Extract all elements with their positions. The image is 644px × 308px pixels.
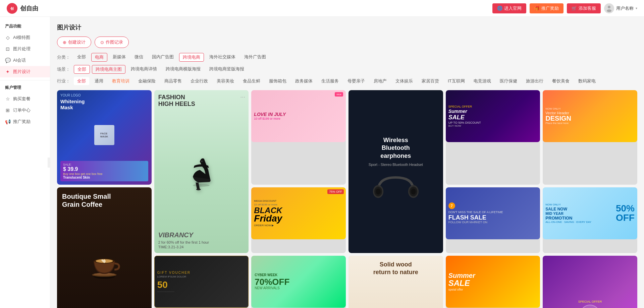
user-area[interactable]: 用户名称 ▾	[604, 3, 637, 13]
scene-tag-vertical-poster[interactable]: 跨境电商竖版海报	[206, 65, 248, 74]
avatar	[604, 3, 614, 13]
sidebar-item-orders[interactable]: ⊞ 订单中心	[0, 105, 50, 116]
ind-tag-fashion[interactable]: 服饰箱包	[266, 77, 290, 85]
logo-icon: 创	[7, 3, 17, 14]
ind-tag-home[interactable]: 家居百货	[418, 77, 442, 85]
ind-tag-entertainment[interactable]: 文体娱乐	[392, 77, 416, 85]
grid-item-flash-sale[interactable]: 7 DON'T MISS THE SALE OF A LIFETIME FLAS…	[446, 187, 540, 253]
logo-text: 创自由	[20, 4, 38, 12]
main-layout: 产品功能 ◇ AI模特图 ⊡ 图片处理 💬 AI会话 ✦ 图片设计 账户管理 ☆…	[0, 17, 644, 308]
svg-point-12	[411, 189, 416, 195]
cart-icon: 🛒	[572, 6, 577, 11]
sidebar-label-image-process: 图片处理	[13, 46, 31, 52]
history-button[interactable]: ⊙ 作图记录	[95, 37, 129, 48]
grid-item-black-friday[interactable]: MEGA DISCOUNT 10 off $199 or more BLACKF…	[251, 187, 346, 253]
grid-item-summer-sale[interactable]: SPECIAL OFFER SummerSALE UP TO 50% DISCO…	[446, 90, 540, 185]
globe-icon: 🌐	[497, 6, 502, 11]
ind-tag-finance[interactable]: 金融保险	[135, 77, 159, 85]
sidebar-collapse-button[interactable]: ‹	[48, 158, 50, 168]
cat-tag-wechat[interactable]: 微信	[131, 53, 147, 62]
image-grid: YOUR LOGO WhiteningMask FACEMASK SALE: $…	[57, 90, 637, 308]
grid-item-sale-extra[interactable]: SPECIAL OFFER 50% SALE GET EXTRA LIMITED…	[543, 256, 637, 308]
ind-tag-realestate[interactable]: 房地产	[370, 77, 390, 85]
scene-tag-main[interactable]: 跨境电商主图	[92, 65, 125, 74]
ind-tag-digital[interactable]: 数码家电	[575, 77, 599, 85]
grid-item-solid-wood[interactable]: Solid woodreturn to nature	[348, 256, 443, 308]
ind-tag-all[interactable]: 全部	[74, 77, 89, 85]
ind-tag-enterprise[interactable]: 企业行政	[187, 77, 211, 85]
promote-reward-button[interactable]: 🎁 推广奖励	[530, 3, 564, 13]
ind-tag-retail[interactable]: 商品零售	[161, 77, 185, 85]
create-design-button[interactable]: ⊕ 创建设计	[57, 37, 91, 48]
reward-icon: 📢	[5, 119, 10, 124]
join-service-button[interactable]: 🛒 添加客服	[567, 3, 601, 13]
cat-tag-ecommerce[interactable]: 电商	[91, 53, 107, 62]
cat-tag-newmedia[interactable]: 新媒体	[109, 53, 129, 62]
ind-tag-beauty[interactable]: 美容美妆	[213, 77, 237, 85]
cat-tag-domestic-ad[interactable]: 国内广告图	[149, 53, 177, 62]
svg-text:创: 创	[10, 7, 14, 10]
filter-industry-label: 行业：	[57, 78, 74, 84]
cat-tag-cross-border[interactable]: 跨境电商	[179, 53, 204, 62]
scene-tag-all[interactable]: 全部	[74, 65, 90, 74]
logo-area: 创 创自由	[7, 3, 38, 14]
ind-tag-restaurant[interactable]: 餐饮美食	[549, 77, 573, 85]
filter-category-tags: 全部 电商 新媒体 微信 国内广告图 跨境电商 海外社交媒体 海外广告图	[74, 53, 269, 62]
design-icon: ✦	[5, 69, 10, 74]
ind-tag-education[interactable]: 教育培训	[109, 77, 133, 85]
grid-item-whitening-mask[interactable]: YOUR LOGO WhiteningMask FACEMASK SALE: $…	[57, 90, 152, 185]
toolbar: ⊕ 创建设计 ⊙ 作图记录	[57, 37, 637, 48]
scene-tag-detail[interactable]: 跨境电商详情	[127, 65, 160, 74]
sidebar-divider	[0, 80, 50, 80]
svg-point-3	[607, 9, 611, 12]
order-icon: ⊞	[5, 108, 10, 113]
sidebar: 产品功能 ◇ AI模特图 ⊡ 图片处理 💬 AI会话 ✦ 图片设计 账户管理 ☆…	[0, 17, 50, 308]
grid-item-coffee[interactable]: Boutique SmallGrain Coffee	[57, 187, 152, 308]
ind-tag-food[interactable]: 食品生鲜	[239, 77, 264, 85]
svg-point-4	[193, 184, 210, 187]
ind-tag-gov[interactable]: 政务媒体	[292, 77, 316, 85]
sidebar-label-rewards: 推广奖励	[13, 119, 31, 125]
filter-category-row: 分类： 全部 电商 新媒体 微信 国内广告图 跨境电商 海外社交媒体 海外广告图	[57, 53, 637, 62]
ind-tag-general[interactable]: 通用	[91, 77, 107, 85]
scene-tag-horizontal-poster[interactable]: 跨境电商横版海报	[162, 65, 204, 74]
cat-tag-all[interactable]: 全部	[74, 53, 89, 62]
official-site-button[interactable]: 🌐 进入官网	[492, 3, 526, 13]
grid-item-love-july[interactable]: LOVE IN JULY 10 off $199 or more nice	[251, 90, 346, 185]
ind-tag-lifestyle[interactable]: 生活服务	[318, 77, 342, 85]
sidebar-section-account: 账户管理	[0, 83, 50, 93]
ind-tag-gaming[interactable]: 电竞游戏	[470, 77, 494, 85]
sidebar-item-buy-plan[interactable]: ☆ 购买套餐	[0, 93, 50, 105]
sidebar-label-orders: 订单中心	[13, 107, 31, 113]
ind-tag-travel[interactable]: 旅游出行	[523, 77, 547, 85]
svg-point-2	[608, 6, 610, 8]
filter-industry-row: 行业： 全部 通用 教育培训 金融保险 商品零售 企业行政 美容美妆 食品生鲜 …	[57, 77, 637, 85]
chat-icon: 💬	[5, 58, 10, 63]
sidebar-item-ai-chat[interactable]: 💬 AI会话	[0, 55, 50, 66]
sidebar-label-image-design: 图片设计	[13, 69, 31, 75]
sidebar-item-image-process[interactable]: ⊡ 图片处理	[0, 43, 50, 55]
grid-item-gift-voucher[interactable]: GIFT VOUCHER LOREM IPSUM DOLOR 50 ------…	[154, 256, 249, 308]
clock-icon: ⊙	[100, 40, 104, 45]
sidebar-item-rewards[interactable]: 📢 推广奖励	[0, 116, 50, 127]
grid-item-mid-year-sale[interactable]: NOW ONLY! SALE NOW MID YEAR PROMOTION AL…	[543, 187, 637, 253]
filter-industry-tags: 全部 通用 教育培训 金融保险 商品零售 企业行政 美容美妆 食品生鲜 服饰箱包…	[74, 77, 599, 85]
diamond-icon: ◇	[5, 35, 10, 40]
grid-item-vector-design[interactable]: NOW ONLY! Vector Header DESIGN Place the…	[543, 90, 637, 185]
grid-item-cyber-week[interactable]: CYBER WEEK 70%OFF NEW ARRIVALS	[251, 256, 346, 308]
gift-icon: 🎁	[534, 6, 540, 11]
filter-scene-tags: 全部 跨境电商主图 跨境电商详情 跨境电商横版海报 跨境电商竖版海报	[74, 65, 248, 74]
ind-tag-medical[interactable]: 医疗保健	[496, 77, 521, 85]
sidebar-item-ai-model[interactable]: ◇ AI模特图	[0, 32, 50, 43]
cat-tag-overseas-social[interactable]: 海外社交媒体	[206, 53, 239, 62]
grid-item-bluetooth[interactable]: WirelessBluetoothearphones Sport - Stere…	[348, 90, 443, 253]
cat-tag-overseas-ad[interactable]: 海外广告图	[241, 53, 269, 62]
user-name: 用户名称	[616, 5, 634, 11]
grid-item-fashion-heels[interactable]: FASHIONHIGH HEELS	[154, 90, 249, 253]
content-area: 图片设计 ⊕ 创建设计 ⊙ 作图记录 分类： 全部 电商 新媒体	[50, 17, 644, 308]
sidebar-item-image-design[interactable]: ✦ 图片设计	[0, 66, 50, 77]
ind-tag-it[interactable]: IT互联网	[444, 77, 468, 85]
grid-item-summer-sale2[interactable]: Summer SALE speial offer	[446, 256, 540, 308]
plan-icon: ☆	[5, 96, 10, 102]
ind-tag-baby[interactable]: 母婴亲子	[344, 77, 368, 85]
